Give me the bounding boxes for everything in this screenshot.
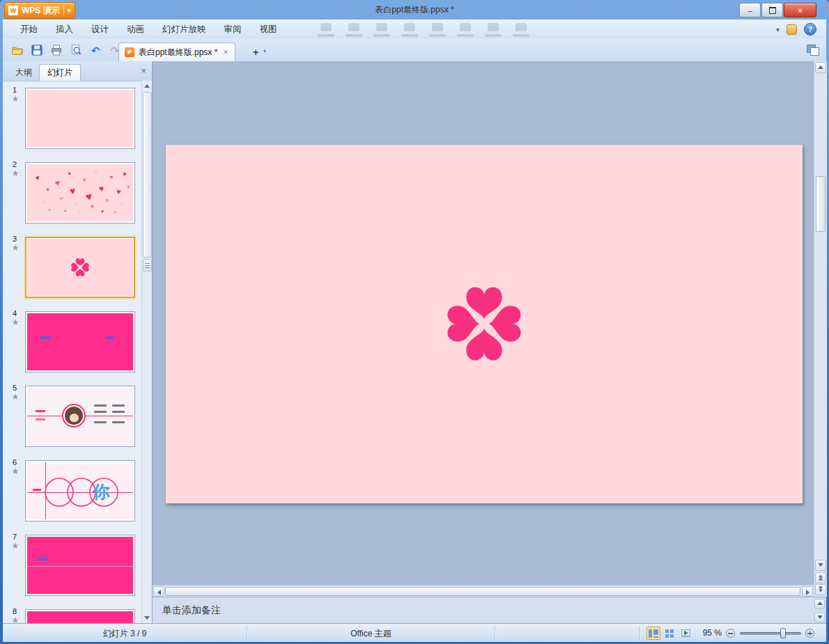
print-button[interactable]	[49, 42, 64, 58]
slide-number: 2	[13, 160, 17, 168]
panel-close-icon[interactable]: ×	[141, 65, 146, 76]
close-button[interactable]: ×	[784, 3, 816, 17]
scroll-down-button[interactable]	[815, 560, 826, 571]
window-title: 表白ppt最终版.ppsx *	[0, 4, 829, 16]
slide-sorter-view-button[interactable]	[663, 627, 676, 640]
save-button[interactable]	[29, 42, 45, 58]
printer-icon	[50, 44, 63, 56]
slide-thumbnail-3-selected[interactable]: 3	[11, 235, 141, 302]
slide-panel: 大纲 幻灯片 × 1 2 ♥♥♥♥♥♥♥♥♥♥♥♥♥♥♥♥♥♥♥♥♥♥♥♥ 3	[3, 61, 152, 623]
zoom-in-button[interactable]	[805, 629, 814, 638]
tab-list-icon[interactable]	[807, 45, 819, 56]
menu-tab-review[interactable]: 审阅	[215, 20, 251, 39]
transition-star-icon	[12, 95, 19, 102]
scroll-right-button[interactable]	[802, 586, 813, 597]
thumbnail-scrollbar[interactable]	[141, 81, 152, 623]
menu-tab-design[interactable]: 设计	[82, 20, 118, 39]
skin-theme-icon[interactable]	[787, 24, 797, 35]
transition-star-icon	[12, 617, 19, 623]
status-bar: 幻灯片 3 / 9 Office 主题	[3, 623, 826, 642]
menu-tab-view[interactable]: 视图	[251, 20, 286, 39]
notes-pane[interactable]: 单击添加备注	[153, 597, 826, 624]
title-bar[interactable]: W WPS 演示 ▾ 表白ppt最终版.ppsx * – ×	[0, 0, 829, 19]
zoom-slider-thumb[interactable]	[780, 628, 786, 638]
slide-number: 6	[13, 458, 17, 466]
scroll-down-button[interactable]	[814, 613, 825, 622]
slide-sorter-icon	[665, 629, 674, 638]
menu-tab-animation[interactable]: 动画	[118, 20, 153, 39]
menu-tab-home[interactable]: 开始	[11, 20, 47, 39]
scrollbar-thumb[interactable]	[816, 176, 826, 232]
presentation-doc-icon: P	[125, 47, 134, 57]
app-window: W WPS 演示 ▾ 表白ppt最终版.ppsx * – × 开始 插入 设计 …	[0, 0, 829, 644]
maximize-icon	[769, 7, 776, 14]
zoom-slider-track[interactable]	[740, 632, 801, 635]
menu-tab-insert[interactable]: 插入	[47, 20, 82, 39]
normal-view-button[interactable]	[646, 627, 660, 640]
slide-number: 7	[13, 533, 17, 541]
disabled-ribbon-icons	[318, 23, 529, 37]
document-tab[interactable]: P 表白ppt最终版.ppsx * ×	[118, 42, 235, 61]
zoom-out-button[interactable]	[726, 629, 735, 638]
open-file-button[interactable]	[10, 42, 25, 58]
new-tab-dropdown-icon[interactable]: ▾	[263, 48, 266, 54]
zoom-level: 95 %	[697, 628, 722, 638]
notes-scrollbar[interactable]	[814, 599, 826, 622]
print-preview-button[interactable]	[68, 42, 84, 58]
slideshow-play-button[interactable]	[679, 627, 692, 640]
previous-slide-button[interactable]	[815, 572, 826, 583]
folder-open-icon	[11, 44, 24, 56]
scroll-up-button[interactable]	[143, 81, 151, 91]
slide-thumbnail-4[interactable]: 4	[11, 310, 141, 377]
minimize-icon: –	[747, 6, 752, 15]
print-preview-icon	[70, 44, 82, 56]
transition-star-icon	[12, 319, 19, 326]
panel-splitter-grip[interactable]	[143, 259, 152, 272]
slide-thumbnail-6[interactable]: 6 你	[11, 459, 141, 526]
scroll-left-button[interactable]	[153, 586, 164, 597]
ribbon-collapse-icon[interactable]: ▾	[776, 26, 780, 33]
slide-number: 1	[13, 86, 17, 94]
minimize-button[interactable]: –	[739, 3, 761, 17]
slide-thumbnail-5[interactable]: 5	[11, 384, 141, 451]
scroll-up-button[interactable]	[814, 599, 825, 608]
menu-bar: 开始 插入 设计 动画 幻灯片放映 审阅 视图 ▾ ?	[3, 19, 826, 40]
next-slide-button[interactable]	[815, 584, 826, 595]
editing-area[interactable]	[153, 61, 814, 585]
slide-number: 8	[13, 607, 17, 615]
horizontal-scrollbar[interactable]	[153, 585, 814, 597]
slide-thumbnail-2[interactable]: 2 ♥♥♥♥♥♥♥♥♥♥♥♥♥♥♥♥♥♥♥♥♥♥♥♥	[11, 161, 141, 228]
new-tab-button[interactable]: +	[248, 45, 263, 60]
scrollbar-thumb[interactable]	[165, 587, 800, 596]
hearts-decoration: ♥♥♥♥♥♥♥♥♥♥♥♥♥♥♥♥♥♥♥♥♥♥♥♥	[27, 164, 133, 221]
transition-star-icon	[12, 170, 19, 177]
slide-canvas[interactable]	[166, 145, 803, 503]
play-icon	[681, 629, 690, 638]
slide-number: 5	[13, 384, 17, 392]
avatar	[62, 404, 86, 427]
vertical-scrollbar[interactable]	[814, 61, 827, 597]
slide6-ni-text: 你	[93, 480, 110, 503]
panel-tabs: 大纲 幻灯片 ×	[3, 61, 152, 81]
transition-star-icon	[12, 468, 19, 475]
undo-button[interactable]: ↶	[88, 42, 103, 58]
transition-star-icon	[12, 393, 19, 400]
help-icon[interactable]: ?	[804, 23, 816, 36]
scroll-up-button[interactable]	[815, 62, 826, 73]
scroll-down-button[interactable]	[143, 613, 151, 622]
clover-hearts-shape[interactable]	[443, 283, 525, 365]
slide-thumbnail-1[interactable]: 1	[11, 86, 141, 153]
slide-number: 4	[13, 309, 17, 317]
slide-thumbnail-list: 1 2 ♥♥♥♥♥♥♥♥♥♥♥♥♥♥♥♥♥♥♥♥♥♥♥♥ 3 4	[3, 81, 142, 623]
document-tab-close-icon[interactable]: ×	[222, 47, 229, 57]
tab-slides[interactable]: 幻灯片	[39, 64, 81, 81]
save-icon	[31, 44, 43, 56]
slide-thumbnail-7[interactable]: 7	[11, 533, 141, 600]
notes-placeholder[interactable]: 单击添加备注	[162, 604, 221, 617]
scrollbar-thumb[interactable]	[143, 92, 152, 258]
slide-number: 3	[13, 235, 17, 243]
tab-outline[interactable]: 大纲	[7, 64, 40, 81]
maximize-button[interactable]	[761, 3, 783, 17]
menu-tab-slideshow[interactable]: 幻灯片放映	[153, 20, 215, 39]
slide-thumbnail-8[interactable]: 8	[11, 608, 141, 623]
